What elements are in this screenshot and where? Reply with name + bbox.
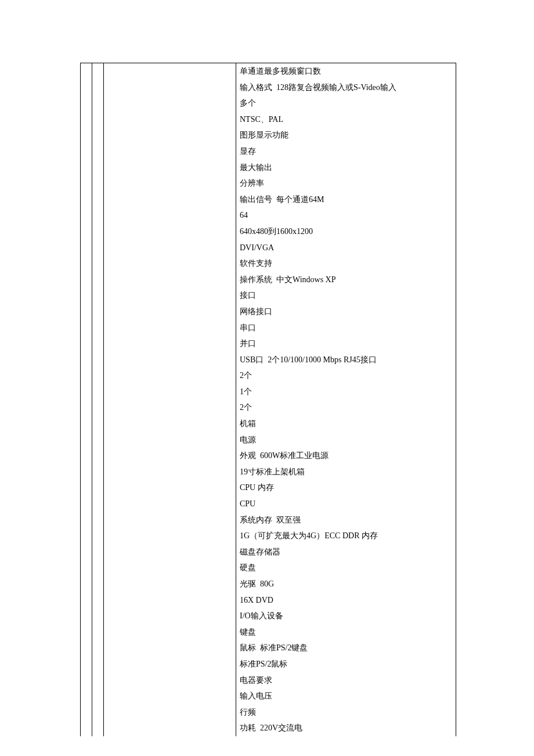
col-1 (81, 704, 92, 721)
table-row: 2个 (81, 368, 456, 384)
col-1 (81, 143, 92, 160)
table-row: DVI/VGA (81, 240, 456, 256)
col-3 (104, 95, 236, 111)
col-3 (104, 160, 236, 176)
table-row: 标准PS/2鼠标 (81, 656, 456, 672)
spec-text: NTSC、PAL (236, 111, 456, 128)
spec-text: 网络接口 (236, 304, 456, 320)
spec-text: 鼠标 标准PS/2键盘 (236, 640, 456, 656)
spec-text: USB口 2个10/100/1000 Mbps RJ45接口 (236, 352, 456, 368)
col-2 (92, 656, 104, 672)
col-3 (104, 255, 236, 272)
col-1 (81, 528, 92, 544)
col-2 (92, 480, 104, 496)
table-row: 19寸标准上架机箱 (81, 464, 456, 480)
col-2 (92, 95, 104, 111)
table-row: 图形显示功能 (81, 127, 456, 143)
col-2 (92, 63, 104, 80)
col-1 (81, 464, 92, 480)
col-3 (104, 224, 236, 240)
spec-text: CPU (236, 496, 456, 512)
spec-text: 功耗 220V交流电 (236, 720, 456, 736)
col-2 (92, 672, 104, 689)
spec-text: 磁盘存储器 (236, 544, 456, 560)
col-3 (104, 399, 236, 416)
spec-text: 软件支持 (236, 255, 456, 272)
table-row: 行频 (81, 704, 456, 721)
col-3 (104, 143, 236, 160)
spec-text: 单通道最多视频窗口数 (236, 63, 456, 80)
spec-text: 显存 (236, 143, 456, 160)
table-row: 电器要求 (81, 672, 456, 689)
col-3 (104, 63, 236, 80)
col-3 (104, 384, 236, 400)
col-1 (81, 592, 92, 609)
table-row: 显存 (81, 143, 456, 160)
col-3 (104, 656, 236, 672)
table-row: 640x480到1600x1200 (81, 224, 456, 240)
spec-text: 硬盘 (236, 560, 456, 576)
spec-text: 操作系统 中文Windows XP (236, 272, 456, 288)
spec-text: 输入格式 128路复合视频输入或S-Video输入 (236, 80, 456, 96)
col-1 (81, 192, 92, 208)
col-2 (92, 544, 104, 560)
table-row: 系统内存 双至强 (81, 512, 456, 528)
col-2 (92, 160, 104, 176)
spec-text: 行频 (236, 704, 456, 721)
spec-text: 分辨率 (236, 175, 456, 192)
col-3 (104, 320, 236, 336)
table-row: 并口 (81, 336, 456, 352)
col-3 (104, 608, 236, 624)
col-3 (104, 480, 236, 496)
table-row: 输入电压 (81, 688, 456, 704)
col-2 (92, 399, 104, 416)
col-1 (81, 640, 92, 656)
col-3 (104, 111, 236, 128)
col-3 (104, 560, 236, 576)
col-1 (81, 512, 92, 528)
table-row: 输入格式 128路复合视频输入或S-Video输入 (81, 80, 456, 96)
col-2 (92, 432, 104, 448)
table-row: I/O输入设备 (81, 608, 456, 624)
col-1 (81, 496, 92, 512)
col-3 (104, 336, 236, 352)
col-1 (81, 207, 92, 224)
table-row: 接口 (81, 287, 456, 304)
col-1 (81, 80, 92, 96)
spec-text: 电源 (236, 432, 456, 448)
col-1 (81, 255, 92, 272)
col-3 (104, 416, 236, 432)
col-1 (81, 287, 92, 304)
spec-text: 机箱 (236, 416, 456, 432)
spec-text: 1G（可扩充最大为4G）ECC DDR 内存 (236, 528, 456, 544)
table-row: 多个 (81, 95, 456, 111)
col-2 (92, 528, 104, 544)
table-row: 最大输出 (81, 160, 456, 176)
table-row: 光驱 80G (81, 576, 456, 592)
col-3 (104, 544, 236, 560)
col-2 (92, 560, 104, 576)
col-1 (81, 688, 92, 704)
spec-text: 640x480到1600x1200 (236, 224, 456, 240)
spec-text: 2个 (236, 368, 456, 384)
col-3 (104, 576, 236, 592)
col-1 (81, 384, 92, 400)
col-3 (104, 496, 236, 512)
col-3 (104, 512, 236, 528)
spec-text: 并口 (236, 336, 456, 352)
spec-text: DVI/VGA (236, 240, 456, 256)
col-1 (81, 111, 92, 128)
col-2 (92, 368, 104, 384)
col-1 (81, 480, 92, 496)
table-row: 外观 600W标准工业电源 (81, 448, 456, 464)
col-3 (104, 672, 236, 689)
col-2 (92, 352, 104, 368)
col-2 (92, 512, 104, 528)
spec-text: 19寸标准上架机箱 (236, 464, 456, 480)
col-1 (81, 304, 92, 320)
table-row: NTSC、PAL (81, 111, 456, 128)
col-1 (81, 175, 92, 192)
table-row: 键盘 (81, 624, 456, 640)
col-1 (81, 448, 92, 464)
col-1 (81, 160, 92, 176)
